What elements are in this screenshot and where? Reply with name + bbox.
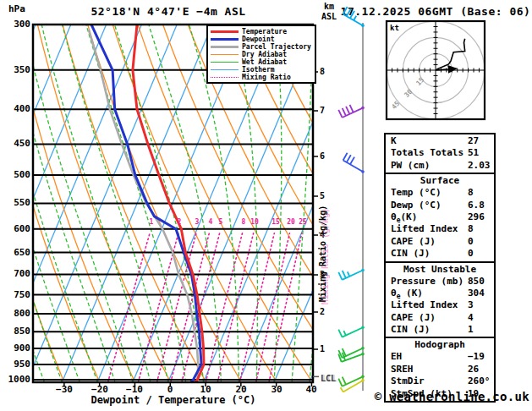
km-tick-label: 1: [320, 344, 325, 353]
table-row-label: SREH: [391, 364, 414, 375]
pressure-tick-label: 1000: [5, 374, 30, 385]
table-row-label: PW (cm): [391, 160, 430, 172]
legend-line-sample: [211, 77, 239, 78]
table-row: CIN (J)0: [386, 248, 494, 260]
table-row: θe (K)304: [386, 288, 494, 299]
mixing-ratio-value-label: 15: [267, 218, 284, 226]
x-axis-title: Dewpoint / Temperature (°C): [51, 394, 296, 406]
legend-item-label: Dewpoint: [242, 36, 275, 43]
mixing-ratio-value-label: 5: [212, 218, 229, 226]
km-tick-label: 8: [320, 67, 325, 76]
wind-barb: [343, 153, 365, 173]
legend-line-sample: [211, 38, 239, 41]
legend-item: Isotherm: [211, 66, 312, 74]
temp-tick-label: 40: [296, 384, 326, 395]
legend-item: Dewpoint: [211, 36, 312, 43]
pressure-tick-label: 900: [5, 342, 30, 353]
table-row-value: 304: [468, 288, 485, 299]
pressure-tick-label: 350: [5, 64, 30, 75]
table-section-header: Surface: [386, 175, 494, 187]
table-row: Temp (°C)8: [386, 187, 494, 199]
legend-item-label: Isotherm: [242, 66, 275, 74]
table-row-value: 0: [468, 236, 474, 248]
mixing-ratio-axis-title: Mixing Ratio (g/kg): [318, 190, 330, 317]
mixing-ratio-value-label: 1: [143, 218, 160, 226]
table-row-label: K: [391, 135, 397, 147]
indices-table: K27Totals Totals51PW (cm)2.03SurfaceTemp…: [384, 133, 496, 403]
pressure-tick-label: 300: [5, 19, 30, 30]
table-row: Lifted Index3: [386, 299, 494, 311]
legend-item-label: Dry Adiabat: [242, 51, 287, 58]
table-row-label: CAPE (J): [391, 236, 436, 248]
pressure-tick-label: 700: [5, 268, 30, 279]
table-row-label: Lifted Index: [391, 223, 458, 235]
table-row-label: CIN (J): [391, 324, 430, 336]
table-row: CIN (J)1: [386, 324, 494, 336]
pressure-tick-label: 950: [5, 359, 30, 370]
mixing-ratio-value-label: 25: [294, 218, 311, 226]
table-row-value: 26: [468, 364, 479, 375]
table-row-value: 296: [468, 211, 485, 223]
table-row: Dewp (°C)6.8: [386, 200, 494, 211]
table-row-value: 27: [468, 135, 479, 147]
table-section: K27Totals Totals51PW (cm)2.03: [386, 134, 494, 173]
table-row-value: −19: [468, 351, 485, 363]
table-row-value: 8: [468, 223, 474, 235]
table-row: Lifted Index8: [386, 223, 494, 235]
mixing-ratio-value-label: 10: [246, 218, 263, 226]
wind-barb: [343, 7, 365, 27]
pressure-tick-label: 750: [5, 289, 30, 300]
pressure-tick-label: 650: [5, 247, 30, 258]
chart-legend: TemperatureDewpointParcel TrajectoryDry …: [206, 25, 316, 84]
lcl-marker-label: LCL: [321, 374, 336, 383]
pressure-tick-label: 500: [5, 169, 30, 180]
pressure-tick-label: 800: [5, 308, 30, 319]
table-row-label: Temp (°C): [391, 187, 442, 199]
table-section: SurfaceTemp (°C)8Dewp (°C)6.8θe(K)296Lif…: [386, 173, 494, 260]
table-row-value: 850: [468, 276, 485, 288]
table-row-value: 8: [468, 187, 474, 199]
table-section: Most UnstablePressure (mb)850θe (K)304Li…: [386, 261, 494, 337]
legend-line-sample: [211, 30, 239, 33]
table-row-label: Lifted Index: [391, 299, 458, 311]
table-row-label: Dewp (°C): [391, 200, 442, 211]
table-row: Totals Totals51: [386, 147, 494, 159]
table-row: SREH26: [386, 364, 494, 375]
table-section-header: Most Unstable: [386, 264, 494, 276]
legend-item-label: Temperature: [242, 28, 287, 36]
table-row-value: 2.03: [468, 160, 491, 172]
legend-item: Dry Adiabat: [211, 51, 312, 58]
legend-item: Temperature: [211, 28, 312, 36]
table-row-value: 1: [468, 324, 474, 336]
wind-barb-column: [338, 7, 365, 392]
table-row: EH−19: [386, 351, 494, 363]
legend-item: Wet Adiabat: [211, 58, 312, 66]
legend-line-sample: [211, 62, 239, 63]
table-row: StmDir260°: [386, 375, 494, 387]
table-row-value: 0: [468, 248, 474, 260]
hodograph-unit-label: kt: [390, 24, 399, 32]
table-row-label: StmDir: [391, 375, 425, 387]
table-row: K27: [386, 135, 494, 147]
table-section-header: Hodograph: [386, 339, 494, 351]
table-row: CAPE (J)0: [386, 236, 494, 248]
table-row: CAPE (J)4: [386, 312, 494, 324]
sounding-chart-page: hPa 52°18'N 4°47'E −4m ASL 17.12.2025 06…: [0, 0, 532, 411]
wind-barb: [338, 269, 364, 280]
wind-barb: [338, 375, 364, 386]
pressure-tick-label: 850: [5, 326, 30, 337]
table-row-label: Totals Totals: [391, 147, 463, 159]
legend-item-label: Wet Adiabat: [242, 58, 287, 66]
table-row-label: CIN (J): [391, 248, 430, 260]
legend-item-label: Mixing Ratio: [242, 74, 291, 81]
legend-item-label: Parcel Trajectory: [242, 43, 311, 51]
table-row-value: 6.8: [468, 200, 485, 211]
wind-barb: [338, 105, 364, 118]
legend-line-sample: [211, 46, 239, 48]
table-row-label: EH: [391, 351, 402, 363]
pressure-tick-label: 550: [5, 197, 30, 208]
table-row-value: 51: [468, 147, 479, 159]
table-row: Pressure (mb)850: [386, 276, 494, 288]
legend-item: Mixing Ratio: [211, 74, 312, 81]
table-row: PW (cm)2.03: [386, 160, 494, 172]
